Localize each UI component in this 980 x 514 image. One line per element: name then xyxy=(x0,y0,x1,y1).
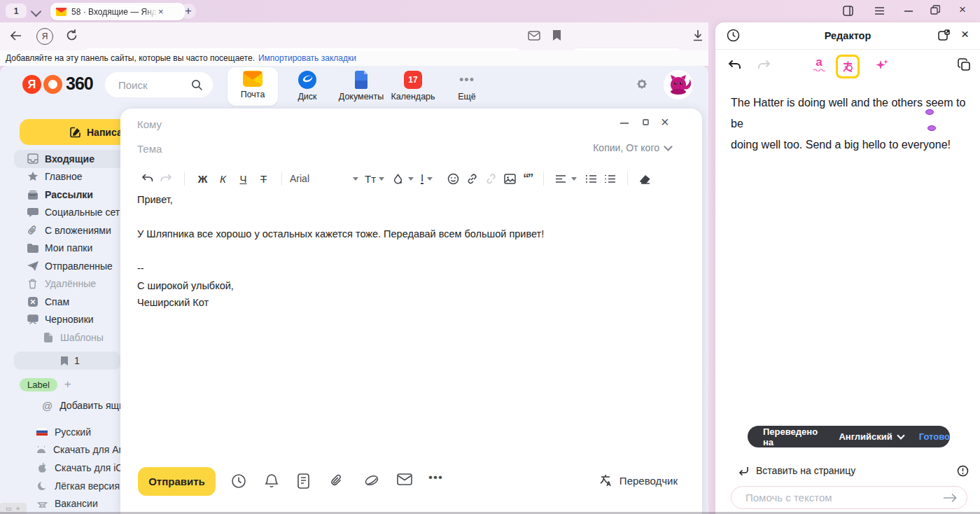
language-select[interactable]: Английский xyxy=(839,431,903,442)
envelope-icon[interactable] xyxy=(397,473,412,485)
label-tag[interactable]: Label xyxy=(20,378,57,391)
folder-templates[interactable]: Шаблоны xyxy=(14,328,134,347)
user-avatar[interactable] xyxy=(664,70,693,99)
new-tab-button[interactable]: + xyxy=(181,4,196,19)
mail-toolbar-icon[interactable] xyxy=(528,31,540,41)
ai-prompt-box[interactable] xyxy=(731,486,967,509)
message-body[interactable]: Привет, У Шляпника все хорошо у остальны… xyxy=(137,191,669,312)
selection-handle[interactable] xyxy=(927,125,936,131)
folder-spam[interactable]: Спам xyxy=(14,293,134,311)
italic-button[interactable]: К xyxy=(213,173,233,185)
copy-icon[interactable] xyxy=(958,58,971,71)
yandex-logo[interactable]: Я xyxy=(22,75,41,94)
folder-mailings[interactable]: Рассылки xyxy=(14,186,134,204)
redo-icon[interactable] xyxy=(160,173,173,184)
downloads-icon[interactable] xyxy=(692,29,704,43)
import-bookmarks-link[interactable]: Импортировать закладки xyxy=(258,53,356,63)
strikethrough-button[interactable]: Т xyxy=(253,173,274,185)
align-dropdown-icon[interactable] xyxy=(571,177,577,181)
attach-file-icon[interactable] xyxy=(330,473,344,488)
done-button[interactable]: Готово xyxy=(919,431,950,442)
tab-list-chevron-icon[interactable] xyxy=(32,8,40,15)
blockquote-icon[interactable]: “” xyxy=(523,172,532,186)
insert-image-icon[interactable] xyxy=(504,174,516,184)
bullet-list-icon[interactable] xyxy=(585,174,597,183)
history-clock-icon[interactable] xyxy=(727,29,740,42)
link-icon[interactable] xyxy=(466,173,478,185)
minimize-window-icon[interactable] xyxy=(904,11,913,12)
reload-icon[interactable] xyxy=(65,29,78,42)
side-panels-icon[interactable] xyxy=(842,5,854,17)
unlink-icon[interactable] xyxy=(485,173,497,185)
add-mailbox-button[interactable]: @ Добавить ящик xyxy=(35,397,129,414)
panel-close-icon[interactable]: × xyxy=(961,27,969,42)
service-calendar[interactable]: 17 Календарь xyxy=(390,67,436,102)
add-label-icon[interactable]: + xyxy=(64,377,71,391)
editor-redo-icon[interactable] xyxy=(757,59,772,72)
yandex-services-icon[interactable]: Я xyxy=(36,28,53,45)
translated-text[interactable]: The Hatter is doing well and the others … xyxy=(731,92,969,155)
folder-my-folders[interactable]: Мои папки xyxy=(14,239,134,258)
insert-to-page-button[interactable]: Вставить на страницу xyxy=(731,462,969,479)
editor-undo-icon[interactable] xyxy=(727,59,741,72)
compose-minimize-icon[interactable] xyxy=(620,123,629,124)
open-in-window-icon[interactable] xyxy=(937,29,951,42)
bookmark-icon[interactable] xyxy=(552,29,561,41)
font-size-dropdown-icon[interactable] xyxy=(379,177,384,181)
close-window-icon[interactable]: × xyxy=(959,3,966,17)
menu-icon[interactable] xyxy=(874,6,885,15)
folder-drafts[interactable]: Черновики xyxy=(14,311,134,329)
reminder-bell-icon[interactable] xyxy=(265,473,279,489)
folder-inbox[interactable]: Входящие xyxy=(14,150,134,168)
font-size-button[interactable]: Tт xyxy=(365,173,376,185)
folder-trash[interactable]: Удалённые xyxy=(14,275,134,293)
restore-window-icon[interactable] xyxy=(930,5,940,15)
numbered-list-icon[interactable] xyxy=(604,174,616,183)
browser-tab[interactable]: 58 · Входящие — Яндек × xyxy=(50,3,185,20)
compose-expand-icon[interactable] xyxy=(643,119,649,125)
cc-from-toggle[interactable]: Копии, От кого xyxy=(593,142,671,153)
translator-button[interactable]: Переводчик xyxy=(593,473,678,487)
collapsed-widget[interactable]: ▭ » xyxy=(0,503,27,514)
highlight-dropdown-icon[interactable] xyxy=(408,177,414,181)
folder-main[interactable]: Главное xyxy=(14,168,134,186)
subject-field[interactable]: Тема xyxy=(137,143,162,155)
saved-bookmarks-row[interactable]: 1 xyxy=(14,352,120,370)
spellcheck-icon[interactable]: a xyxy=(811,55,827,71)
selection-handle[interactable] xyxy=(925,109,934,115)
ai-sparkles-icon[interactable] xyxy=(875,58,889,72)
search-input[interactable] xyxy=(117,78,190,92)
eraser-icon[interactable] xyxy=(639,174,651,184)
to-field[interactable]: Кому xyxy=(137,118,162,130)
font-family-select[interactable]: Arial xyxy=(290,173,351,184)
text-color-button[interactable]: I xyxy=(421,173,424,184)
yandex-360-label[interactable]: 360 xyxy=(66,74,93,94)
submit-arrow-icon[interactable] xyxy=(943,493,957,503)
service-mail[interactable]: Почта xyxy=(227,67,278,106)
ai-prompt-input[interactable] xyxy=(744,491,922,504)
more-options-icon[interactable]: ••• xyxy=(428,471,443,485)
undo-icon[interactable] xyxy=(141,173,153,184)
highlight-color-icon[interactable] xyxy=(393,174,403,184)
folder-social[interactable]: Социальные сети xyxy=(14,204,134,222)
signature-pen-icon[interactable] xyxy=(364,473,379,487)
align-icon[interactable] xyxy=(555,174,566,183)
tab-count-badge[interactable]: 1 xyxy=(6,4,27,18)
template-icon[interactable] xyxy=(298,473,309,489)
translate-icon[interactable] xyxy=(841,60,854,73)
underline-button[interactable]: Ч xyxy=(233,173,253,185)
service-docs[interactable]: Документы xyxy=(334,67,388,102)
font-family-dropdown-icon[interactable] xyxy=(353,177,358,181)
text-color-dropdown-icon[interactable] xyxy=(427,177,433,181)
service-disk[interactable]: Диск xyxy=(288,67,327,102)
settings-gear-icon[interactable] xyxy=(634,76,650,92)
compose-close-icon[interactable]: × xyxy=(661,114,669,130)
folder-attachments[interactable]: С вложениями xyxy=(14,221,134,239)
tab-close-icon[interactable]: × xyxy=(158,7,164,16)
search-icon[interactable] xyxy=(191,79,203,91)
back-icon[interactable] xyxy=(9,29,23,43)
send-button[interactable]: Отправить xyxy=(138,467,216,496)
folder-sent[interactable]: Отправленные xyxy=(14,257,134,275)
service-more[interactable]: ••• Ещё xyxy=(449,67,485,102)
schedule-send-icon[interactable] xyxy=(231,473,246,489)
